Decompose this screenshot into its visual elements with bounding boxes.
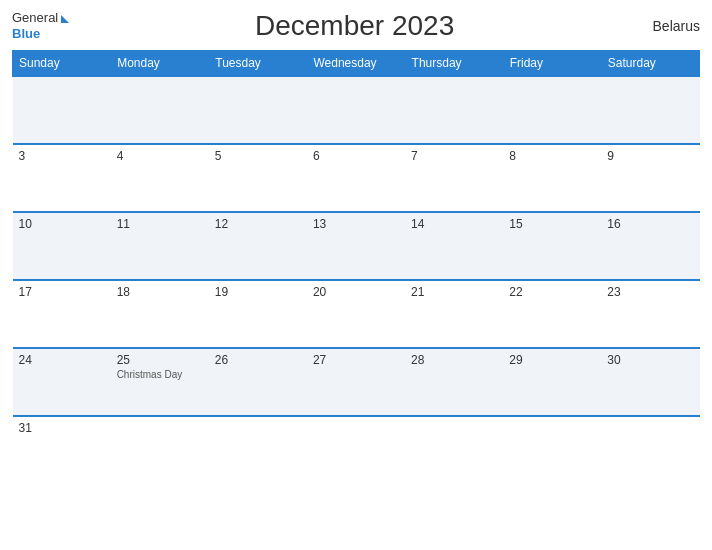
cell-w3-d4: 21 (405, 280, 503, 348)
cell-w0-d4 (405, 76, 503, 144)
week-row-2: 10111213141516 (13, 212, 700, 280)
cell-w4-d3: 27 (307, 348, 405, 416)
cell-w0-d3 (307, 76, 405, 144)
week-row-0 (13, 76, 700, 144)
header-thursday: Thursday (405, 51, 503, 77)
logo-general: General (12, 10, 69, 26)
cell-w1-d5: 8 (503, 144, 601, 212)
cell-w3-d0: 17 (13, 280, 111, 348)
cell-w2-d0: 10 (13, 212, 111, 280)
cell-w3-d3: 20 (307, 280, 405, 348)
cell-w2-d5: 15 (503, 212, 601, 280)
cell-w1-d1: 4 (111, 144, 209, 212)
cell-w1-d0: 3 (13, 144, 111, 212)
cell-w0-d6 (601, 76, 699, 144)
cell-w5-d2 (209, 416, 307, 484)
cell-w3-d1: 18 (111, 280, 209, 348)
country-label: Belarus (640, 18, 700, 34)
cell-w5-d5 (503, 416, 601, 484)
cell-w0-d0 (13, 76, 111, 144)
week-row-5: 31 (13, 416, 700, 484)
calendar-container: General Blue December 2023 Belarus Sunda… (0, 0, 712, 550)
cell-w2-d2: 12 (209, 212, 307, 280)
month-title: December 2023 (69, 10, 640, 42)
calendar-grid: Sunday Monday Tuesday Wednesday Thursday… (12, 50, 700, 484)
cell-w5-d1 (111, 416, 209, 484)
header-sunday: Sunday (13, 51, 111, 77)
cell-w0-d2 (209, 76, 307, 144)
week-row-1: 3456789 (13, 144, 700, 212)
week-row-4: 2425Christmas Day2627282930 (13, 348, 700, 416)
cell-w5-d3 (307, 416, 405, 484)
header-friday: Friday (503, 51, 601, 77)
cell-w2-d1: 11 (111, 212, 209, 280)
header-tuesday: Tuesday (209, 51, 307, 77)
cell-w5-d6 (601, 416, 699, 484)
cell-w2-d6: 16 (601, 212, 699, 280)
cell-w3-d5: 22 (503, 280, 601, 348)
logo: General Blue (12, 10, 69, 41)
cell-w2-d3: 13 (307, 212, 405, 280)
cell-w5-d0: 31 (13, 416, 111, 484)
cell-w1-d2: 5 (209, 144, 307, 212)
cell-w0-d1 (111, 76, 209, 144)
cell-w1-d4: 7 (405, 144, 503, 212)
cell-w4-d4: 28 (405, 348, 503, 416)
cell-w0-d5 (503, 76, 601, 144)
logo-blue: Blue (12, 26, 40, 42)
cell-w4-d5: 29 (503, 348, 601, 416)
cell-w3-d2: 19 (209, 280, 307, 348)
cell-w4-d2: 26 (209, 348, 307, 416)
cell-w5-d4 (405, 416, 503, 484)
cell-w2-d4: 14 (405, 212, 503, 280)
cell-w4-d6: 30 (601, 348, 699, 416)
header-saturday: Saturday (601, 51, 699, 77)
cell-w1-d6: 9 (601, 144, 699, 212)
cell-w1-d3: 6 (307, 144, 405, 212)
weekday-header-row: Sunday Monday Tuesday Wednesday Thursday… (13, 51, 700, 77)
week-row-3: 17181920212223 (13, 280, 700, 348)
calendar-header: General Blue December 2023 Belarus (12, 10, 700, 42)
cell-w4-d0: 24 (13, 348, 111, 416)
cell-w4-d1: 25Christmas Day (111, 348, 209, 416)
header-wednesday: Wednesday (307, 51, 405, 77)
cell-w3-d6: 23 (601, 280, 699, 348)
header-monday: Monday (111, 51, 209, 77)
